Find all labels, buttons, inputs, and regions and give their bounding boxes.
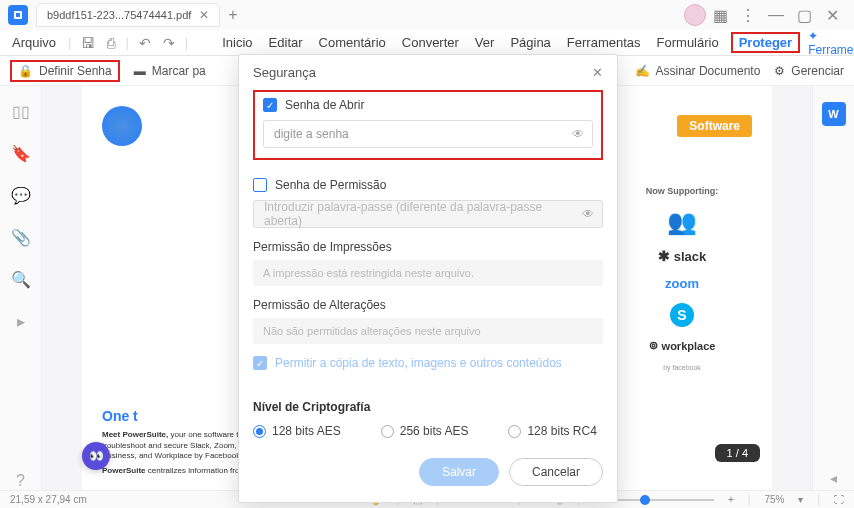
enc-128-rc4-radio[interactable]: 128 bits RC4	[508, 424, 596, 438]
comment-icon[interactable]: 💬	[12, 186, 30, 204]
titlebar: b9ddf151-223...75474441.pdf ✕ + ▦ ⋮ — ▢ …	[0, 0, 854, 30]
zoom-slider[interactable]	[614, 499, 714, 501]
menu-ver[interactable]: Ver	[471, 33, 499, 52]
menu-ferramentas[interactable]: Ferramentas	[563, 33, 645, 52]
page-counter-badge: 1 / 4	[715, 444, 760, 462]
change-permission-select: Não são permitidas alterações neste arqu…	[253, 318, 603, 344]
software-badge: Software	[677, 115, 752, 137]
product-logo	[102, 106, 142, 146]
fullscreen-icon[interactable]: ⛶	[834, 494, 844, 505]
svg-rect-2	[16, 13, 20, 17]
app-logo	[8, 5, 28, 25]
eye-icon: 👁	[582, 207, 594, 221]
thumbnails-icon[interactable]: ▯▯	[12, 102, 30, 120]
lock-icon: 🔒	[18, 64, 33, 78]
save-icon[interactable]: 🖫	[79, 35, 97, 51]
search-icon[interactable]: 🔍	[12, 270, 30, 288]
teams-icon: 👥	[612, 208, 752, 236]
menu-proteger[interactable]: Proteger	[731, 32, 800, 53]
undo-icon[interactable]: ↶	[137, 35, 153, 51]
new-tab-button[interactable]: +	[228, 6, 237, 24]
bookmark-icon[interactable]: 🔖	[12, 144, 30, 162]
menubar: Arquivo | 🖫 ⎙ | ↶ ↷ | Inicio Editar Come…	[0, 30, 854, 56]
collapse-right-icon[interactable]: ◂	[822, 466, 846, 490]
tab-title: b9ddf151-223...75474441.pdf	[47, 9, 191, 21]
cancel-button[interactable]: Cancelar	[509, 458, 603, 486]
allow-copy-checkbox: ✓	[253, 356, 267, 370]
supporting-panel: Now Supporting: 👥 ✱slack zoom S ⊚ workpl…	[612, 186, 752, 371]
assinar-button[interactable]: ✍ Assinar Documento	[635, 64, 761, 78]
app-menu-icon[interactable]: ▦	[706, 1, 734, 29]
print-icon[interactable]: ⎙	[105, 35, 117, 51]
marcar-button[interactable]: ▬ Marcar pa	[134, 64, 206, 78]
menu-ferrame[interactable]: ✦ Ferrame	[808, 29, 853, 57]
expand-icon[interactable]: ▸	[12, 312, 30, 330]
enc-256-aes-radio[interactable]: 256 bits AES	[381, 424, 469, 438]
enc-128-aes-radio[interactable]: 128 bits AES	[253, 424, 341, 438]
document-tab[interactable]: b9ddf151-223...75474441.pdf ✕	[36, 3, 220, 27]
sign-icon: ✍	[635, 64, 650, 78]
open-password-label: Senha de Abrir	[285, 98, 364, 112]
chat-assistant-icon[interactable]: 👀	[82, 442, 110, 470]
print-permission-label: Permissão de Impressões	[253, 240, 603, 254]
dialog-close-icon[interactable]: ✕	[592, 65, 603, 80]
zoom-label: zoom	[612, 276, 752, 291]
attachment-icon[interactable]: 📎	[12, 228, 30, 246]
save-button[interactable]: Salvar	[419, 458, 499, 486]
redact-icon: ▬	[134, 64, 146, 78]
skype-icon: S	[670, 303, 694, 327]
close-window-icon[interactable]: ✕	[818, 1, 846, 29]
right-sidebar: W ◂	[812, 86, 854, 490]
permission-password-checkbox[interactable]	[253, 178, 267, 192]
slack-label: ✱slack	[612, 248, 752, 264]
help-icon[interactable]: ?	[12, 472, 30, 490]
menu-inicio[interactable]: Inicio	[218, 33, 256, 52]
menu-converter[interactable]: Converter	[398, 33, 463, 52]
minimize-icon[interactable]: —	[762, 1, 790, 29]
definir-senha-button[interactable]: 🔒 Definir Senha	[10, 60, 120, 82]
dialog-title: Segurança	[253, 65, 316, 80]
menu-comentario[interactable]: Comentário	[315, 33, 390, 52]
open-password-checkbox[interactable]: ✓	[263, 98, 277, 112]
zoom-in-icon[interactable]: +	[728, 494, 734, 505]
gear-icon: ⚙	[774, 64, 785, 78]
kebab-menu-icon[interactable]: ⋮	[734, 1, 762, 29]
change-permission-label: Permissão de Alterações	[253, 298, 603, 312]
menu-pagina[interactable]: Página	[506, 33, 554, 52]
zoom-dropdown-icon[interactable]: ▾	[798, 494, 803, 505]
export-word-icon[interactable]: W	[822, 102, 846, 126]
allow-copy-label: Permitir a cópia de texto, imagens e out…	[275, 356, 562, 370]
tab-close-icon[interactable]: ✕	[199, 8, 209, 22]
zoom-value[interactable]: 75%	[764, 494, 784, 505]
encryption-level-label: Nível de Criptografía	[253, 400, 603, 414]
menu-file[interactable]: Arquivo	[8, 33, 60, 52]
security-dialog: Segurança ✕ ✓ Senha de Abrir digite a se…	[238, 54, 618, 503]
menu-editar[interactable]: Editar	[265, 33, 307, 52]
workplace-label: ⊚ workplace	[612, 339, 752, 352]
eye-icon[interactable]: 👁	[572, 127, 584, 141]
permission-password-label: Senha de Permissão	[275, 178, 386, 192]
maximize-icon[interactable]: ▢	[790, 1, 818, 29]
open-password-input[interactable]: digite a senha 👁	[263, 120, 593, 148]
gerenciar-button[interactable]: ⚙ Gerenciar	[774, 64, 844, 78]
permission-password-input: Introduzir palavra-passe (diferente da p…	[253, 200, 603, 228]
page-dimensions: 21,59 x 27,94 cm	[10, 494, 87, 505]
menu-formulario[interactable]: Formulário	[653, 33, 723, 52]
left-sidebar: ▯▯ 🔖 💬 📎 🔍 ▸ ?	[0, 86, 42, 490]
redo-icon[interactable]: ↷	[161, 35, 177, 51]
print-permission-select: A impressão está restringida neste arqui…	[253, 260, 603, 286]
user-avatar[interactable]	[684, 4, 706, 26]
